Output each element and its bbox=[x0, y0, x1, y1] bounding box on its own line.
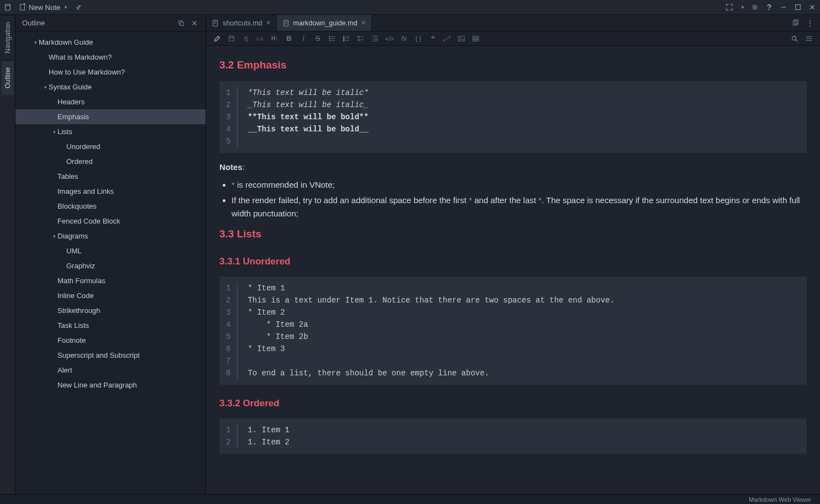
close-icon[interactable] bbox=[808, 3, 817, 12]
quote-icon[interactable]: ❝ bbox=[428, 34, 437, 43]
tab-close-icon[interactable]: ✕ bbox=[266, 19, 271, 26]
outline-item[interactable]: ▾Strikethrough bbox=[15, 303, 206, 318]
outline-item[interactable]: ▾Inline Code bbox=[15, 288, 206, 303]
expand-icon[interactable] bbox=[725, 3, 734, 12]
strike-icon[interactable]: S bbox=[313, 34, 322, 43]
svg-rect-11 bbox=[180, 22, 183, 25]
outline-item[interactable]: ▾Ordered bbox=[15, 154, 206, 169]
content-viewer[interactable]: 3.2 Emphasis 12345 *This text will be it… bbox=[206, 46, 820, 494]
table-icon[interactable] bbox=[471, 34, 480, 43]
outline-item[interactable]: ▾Graphviz bbox=[15, 258, 206, 273]
ul-icon[interactable] bbox=[328, 34, 337, 43]
vtab-navigation[interactable]: Navigation bbox=[2, 15, 14, 60]
editor-tab[interactable]: markdown_guide.md✕ bbox=[277, 15, 372, 31]
outline-item-label: How to Use Markdown? bbox=[49, 68, 125, 76]
dropdown-caret-icon[interactable]: ▼ bbox=[64, 5, 68, 10]
outline-item-label: Images and Links bbox=[57, 187, 114, 195]
outline-item-label: Alert bbox=[57, 366, 72, 374]
outline-item[interactable]: ▾Lists bbox=[15, 124, 206, 139]
new-note-button[interactable]: New Note ▼ bbox=[15, 2, 71, 13]
svg-rect-38 bbox=[358, 39, 360, 40]
fx-icon[interactable]: fx bbox=[400, 34, 408, 43]
help-icon[interactable]: ? bbox=[765, 3, 774, 12]
outline-item[interactable]: ▾Blockquotes bbox=[15, 199, 206, 214]
link-icon[interactable] bbox=[443, 34, 451, 43]
copy-tab-icon[interactable] bbox=[791, 19, 800, 28]
svg-rect-36 bbox=[358, 36, 360, 38]
outline-item[interactable]: ▾Diagrams bbox=[15, 229, 206, 243]
heading-lists: 3.3 Lists bbox=[219, 226, 807, 242]
ol-icon[interactable]: 123 bbox=[342, 34, 351, 43]
diminish-icon[interactable] bbox=[177, 19, 186, 28]
code-content: *This text will be italic*_This text wil… bbox=[238, 87, 378, 147]
outline-item[interactable]: ▾Math Formulas bbox=[15, 273, 206, 288]
braces-icon[interactable]: { } bbox=[414, 34, 423, 43]
codeblock-ordered: 12 1. Item 11. Item 2 bbox=[219, 418, 807, 454]
outline-item[interactable]: ▾Emphasis bbox=[15, 109, 206, 124]
outline-item[interactable]: ▾Fenced Code Block bbox=[15, 214, 206, 229]
outline-item[interactable]: ▾What is Markdown? bbox=[15, 50, 206, 65]
save-icon[interactable] bbox=[227, 34, 236, 43]
minimize-icon[interactable] bbox=[779, 3, 788, 12]
outline-item[interactable]: ▾Syntax Guide bbox=[15, 79, 206, 94]
outline-item[interactable]: ▾Unordered bbox=[15, 139, 206, 154]
tab-menu-icon[interactable]: ⋮ bbox=[806, 19, 814, 28]
outline-item-label: Math Formulas bbox=[57, 277, 106, 285]
vtab-outline[interactable]: Outline bbox=[2, 60, 14, 95]
caret-icon[interactable]: ▼ bbox=[740, 5, 745, 10]
outline-toggle-icon[interactable] bbox=[805, 34, 813, 43]
heading-icon[interactable]: H↕ bbox=[270, 34, 279, 43]
chevron-down-icon[interactable]: ▾ bbox=[51, 129, 57, 135]
editor-tab[interactable]: shortcuts.md✕ bbox=[206, 15, 277, 31]
indent-icon[interactable] bbox=[371, 34, 380, 43]
outline-item[interactable]: ▾Alert bbox=[15, 363, 206, 378]
outline-item-label: Headers bbox=[57, 98, 85, 106]
svg-point-28 bbox=[329, 40, 330, 41]
attach-icon[interactable] bbox=[241, 34, 250, 43]
outline-item-label: New Line and Paragraph bbox=[57, 381, 137, 389]
export-icon[interactable] bbox=[75, 3, 83, 12]
outline-item[interactable]: ▾Images and Links bbox=[15, 184, 206, 199]
outline-item-label: Blockquotes bbox=[57, 202, 97, 210]
outline-item[interactable]: ▾Tables bbox=[15, 169, 206, 184]
outline-item[interactable]: ▾UML bbox=[15, 243, 206, 258]
outline-item-label: Unordered bbox=[66, 142, 100, 151]
chevron-down-icon[interactable]: ▾ bbox=[42, 84, 49, 90]
section-number-icon[interactable]: 1.2. bbox=[256, 34, 265, 43]
code-icon[interactable]: </> bbox=[385, 34, 394, 43]
outline-item[interactable]: ▾New Line and Paragraph bbox=[15, 378, 206, 392]
gear-icon[interactable] bbox=[750, 3, 759, 12]
svg-point-5 bbox=[754, 6, 756, 8]
maximize-icon[interactable] bbox=[793, 3, 802, 12]
outline-item[interactable]: ▾Footnote bbox=[15, 333, 206, 348]
bold-icon[interactable]: B bbox=[285, 34, 293, 43]
svg-rect-23 bbox=[230, 36, 233, 38]
svg-rect-0 bbox=[6, 4, 10, 10]
tab-close-icon[interactable]: ✕ bbox=[361, 19, 366, 26]
outline-header: Outline bbox=[15, 15, 206, 31]
outline-item[interactable]: ▾Markdown Guide bbox=[15, 35, 206, 50]
italic-icon[interactable]: I bbox=[299, 34, 308, 43]
notes-heading: Notes: bbox=[219, 161, 807, 174]
outline-item-label: Inline Code bbox=[57, 291, 94, 300]
notebook-icon[interactable] bbox=[3, 3, 12, 12]
svg-point-24 bbox=[329, 36, 330, 37]
chevron-down-icon[interactable]: ▾ bbox=[32, 40, 39, 45]
outline-item-label: Syntax Guide bbox=[49, 83, 92, 91]
code-content: * Item 1This is a text under Item 1. Not… bbox=[238, 282, 624, 379]
svg-rect-7 bbox=[796, 5, 801, 10]
svg-rect-2 bbox=[20, 4, 25, 10]
checklist-icon[interactable] bbox=[356, 34, 365, 43]
edit-mode-icon[interactable] bbox=[213, 34, 222, 43]
outline-item[interactable]: ▾Task Lists bbox=[15, 318, 206, 333]
outline-item[interactable]: ▾Superscript and Subscript bbox=[15, 348, 206, 363]
outline-item[interactable]: ▾Headers bbox=[15, 94, 206, 109]
tab-label: shortcuts.md bbox=[223, 19, 262, 27]
image-icon[interactable] bbox=[457, 34, 466, 43]
search-icon[interactable] bbox=[790, 34, 799, 43]
outline-item-label: Footnote bbox=[57, 336, 86, 344]
outline-item-label: Emphasis bbox=[57, 113, 89, 121]
outline-item[interactable]: ▾How to Use Markdown? bbox=[15, 65, 206, 79]
chevron-down-icon[interactable]: ▾ bbox=[51, 234, 57, 239]
close-panel-icon[interactable] bbox=[190, 19, 199, 28]
